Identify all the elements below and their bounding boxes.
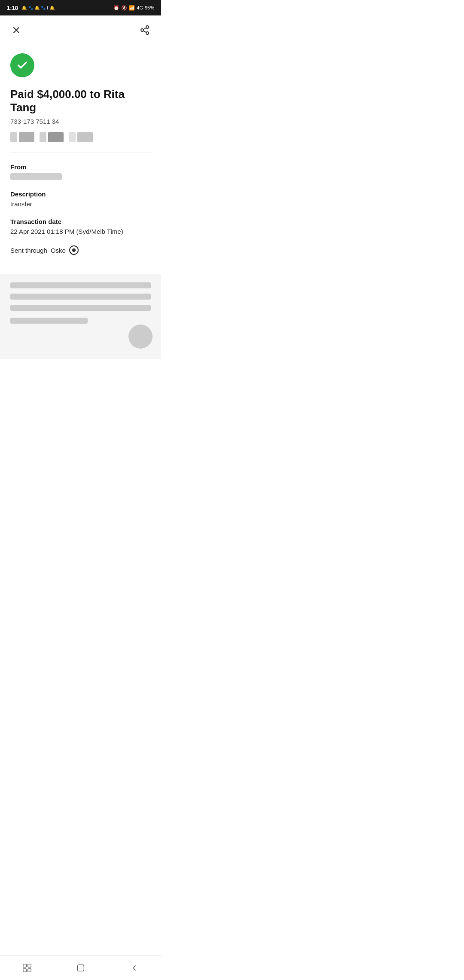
bank-logo-2	[40, 132, 64, 142]
redacted-line-3	[10, 305, 151, 311]
main-content: Paid $4,000.00 to Rita Tang 733-173 7511…	[0, 45, 161, 274]
mute-icon: 🔇	[121, 5, 127, 11]
svg-line-6	[143, 28, 147, 30]
battery-level: 95%	[145, 5, 154, 10]
recent-apps-button[interactable]	[18, 961, 36, 975]
from-section: From	[10, 163, 151, 180]
success-icon	[10, 53, 34, 77]
transaction-date-value: 22 Apr 2021 01:18 PM (Syd/Melb Time)	[10, 228, 151, 235]
bottom-section-wrapper	[0, 274, 161, 359]
redacted-line-4	[10, 318, 88, 324]
wifi-icon: 📶	[129, 5, 135, 11]
redacted-line-2	[10, 294, 151, 300]
payment-title: Paid $4,000.00 to Rita Tang	[10, 88, 151, 114]
bottom-row-2	[10, 294, 151, 300]
signal-strength: 4G	[137, 5, 143, 10]
bank-logo-sm-1	[10, 132, 17, 142]
svg-rect-9	[23, 969, 26, 972]
from-value-redacted	[10, 173, 62, 180]
bank-logo-lg-1	[19, 132, 34, 142]
description-value: transfer	[10, 200, 151, 208]
sent-through-section: Sent through Osko	[10, 245, 151, 255]
bank-logos	[10, 132, 151, 142]
bank-logo-lg-3	[77, 132, 93, 142]
transaction-date-section: Transaction date 22 Apr 2021 01:18 PM (S…	[10, 218, 151, 235]
description-section: Description transfer	[10, 190, 151, 208]
nav-bar	[0, 956, 161, 980]
svg-rect-10	[27, 969, 31, 972]
bank-logo-sm-2	[40, 132, 46, 142]
close-button[interactable]	[9, 22, 24, 38]
osko-icon	[69, 245, 79, 255]
bank-logo-lg-2	[48, 132, 64, 142]
transaction-date-label: Transaction date	[10, 218, 151, 225]
description-label: Description	[10, 190, 151, 198]
section-divider	[10, 153, 151, 153]
fab-button[interactable]	[128, 325, 153, 349]
svg-rect-7	[23, 964, 26, 967]
bank-logo-3	[69, 132, 93, 142]
status-right: ⏰ 🔇 📶 4G 95%	[113, 5, 154, 11]
status-time: 1:18 🔔 🐾 🔔 🐾 f 🔔	[7, 5, 55, 11]
home-button[interactable]	[72, 961, 89, 975]
share-button[interactable]	[137, 22, 153, 38]
bank-logo-sm-3	[69, 132, 76, 142]
status-bar: 1:18 🔔 🐾 🔔 🐾 f 🔔 ⏰ 🔇 📶 4G 95%	[0, 0, 161, 15]
sent-through-label: Sent through	[10, 247, 47, 254]
bank-logo-1	[10, 132, 34, 142]
svg-line-5	[143, 31, 147, 33]
account-number: 733-173 7511 34	[10, 118, 151, 125]
svg-rect-8	[27, 964, 31, 967]
top-nav	[0, 15, 161, 45]
svg-rect-11	[77, 965, 84, 971]
bottom-row-4	[10, 318, 151, 324]
osko-label: Osko	[51, 247, 66, 254]
alarm-icon: ⏰	[113, 5, 119, 11]
from-label: From	[10, 163, 151, 171]
bottom-row-3	[10, 305, 151, 311]
redacted-line-1	[10, 282, 151, 288]
back-button[interactable]	[126, 961, 143, 975]
bottom-row-1	[10, 282, 151, 288]
notification-icons: 🔔 🐾 🔔 🐾 f 🔔	[21, 6, 55, 10]
